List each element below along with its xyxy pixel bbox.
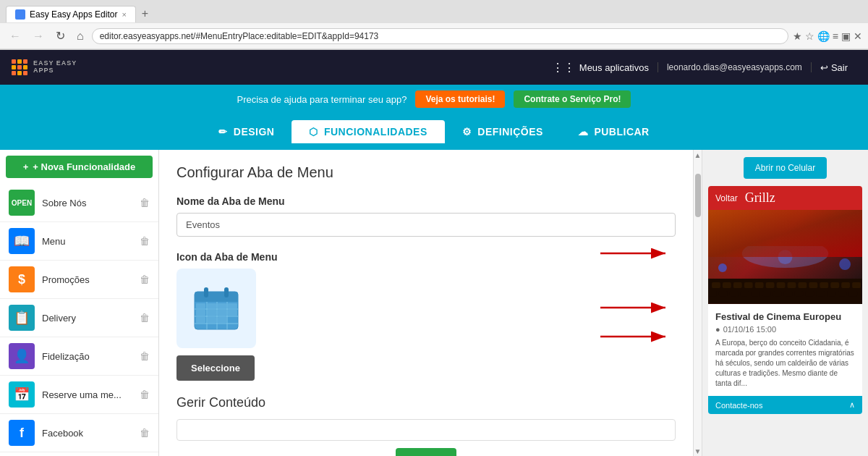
logout-icon: ↩ [820,62,828,73]
sidebar-item-delivery[interactable]: 📋 Delivery 🗑 [0,299,158,337]
tab-definicoes[interactable]: ⚙ DEFINIÇÕES [445,120,561,143]
svg-rect-30 [777,282,786,288]
svg-rect-48 [816,291,825,297]
logo-grid [12,59,27,75]
gerir-content-placeholder [176,419,676,441]
svg-rect-29 [766,282,775,288]
tutorial-btn[interactable]: Veja os tutoriais! [415,90,505,108]
logo-cell [17,65,22,69]
svg-rect-49 [827,291,835,297]
abrir-no-celular-btn[interactable]: Abrir no Celular [744,157,827,179]
sidebar-item-reserve[interactable]: 📅 Reserve uma me... 🗑 [0,376,158,414]
home-btn[interactable]: ⌂ [73,28,88,44]
window-icon[interactable]: ▣ [841,30,851,42]
svg-rect-13 [218,303,226,308]
forward-btn[interactable]: → [29,28,48,44]
preview-footer[interactable]: Contacte-nos ∧ [708,396,862,414]
scroll-up-arrow[interactable]: ▲ [694,151,702,159]
preview-brand: Grillz [745,190,775,206]
meus-aplicativos-btn[interactable]: ⋮⋮ Meus aplicativos [543,56,658,79]
address-bar[interactable] [92,28,788,44]
bookmark-icon[interactable]: ★ [793,30,802,42]
svg-rect-46 [794,291,803,297]
logo-cell [23,71,27,75]
tab-design[interactable]: ✏ DESIGN [201,120,292,143]
nav-icons: ★ ☆ 🌐 ≡ ▣ ✕ [793,30,862,42]
seleccione-btn[interactable]: Seleccione [176,355,255,381]
facebook-icon: f [9,420,35,446]
close-icon[interactable]: ✕ [854,30,862,42]
sobre-nos-icon: OPEN [9,190,35,216]
page-title: Configurar Aba de Menu [176,164,676,181]
cloud-icon: ☁ [578,126,589,138]
nova-funcionalidade-btn[interactable]: + + Nova Funcionalidade [6,156,153,178]
svg-rect-37 [852,282,861,288]
delete-delivery-btn[interactable]: 🗑 [140,312,150,324]
svg-rect-31 [787,282,796,288]
icon-picker[interactable] [176,269,256,348]
gerir-title: Gerir Conteúdo [176,395,676,410]
logo: EASY EASY APPS [12,59,77,75]
logo-cell [23,59,27,64]
svg-rect-3 [204,287,208,297]
contratar-btn[interactable]: Contrate o Serviço Pro! [514,90,631,108]
reload-btn[interactable]: ↻ [52,28,69,44]
sidebar-item-sobre-nos[interactable]: OPEN Sobre Nós 🗑 [0,184,158,222]
scroll-down-arrow[interactable]: ▼ [694,447,702,455]
svg-rect-51 [848,291,857,297]
sidebar-item-promocoes[interactable]: $ Promoções 🗑 [0,261,158,299]
reserve-icon: 📅 [9,381,35,408]
sidebar-item-menu[interactable]: 📖 Menu 🗑 [0,222,158,261]
delete-fidelizacao-btn[interactable]: 🗑 [140,350,150,362]
menu-icon[interactable]: ≡ [833,30,838,42]
svg-rect-38 [708,291,717,297]
scrollbar[interactable]: ▲ ▼ [693,150,702,456]
globe-icon[interactable]: 🌐 [817,30,830,42]
svg-rect-50 [838,291,846,297]
delete-promocoes-btn[interactable]: 🗑 [140,274,150,285]
delete-facebook-btn[interactable]: 🗑 [140,427,150,439]
svg-rect-28 [755,282,764,288]
preview-image [708,210,862,304]
plus-icon: + [23,161,29,172]
browser-tab[interactable]: Easy Easy Apps Editor × [6,6,136,22]
delete-sobre-nos-btn[interactable]: 🗑 [140,197,150,208]
delete-menu-btn[interactable]: 🗑 [140,235,150,247]
nav-tabs: ✏ DESIGN ⬡ FUNCIONALIDADES ⚙ DEFINIÇÕES … [0,114,868,150]
back-btn[interactable]: ← [6,28,25,44]
svg-rect-35 [830,282,839,288]
svg-rect-26 [733,282,742,288]
salvar-btn[interactable]: Salvar [396,448,457,456]
new-tab-btn[interactable]: + [136,4,154,23]
sidebar-label-delivery: Delivery [42,313,132,324]
nome-input[interactable] [176,213,676,237]
svg-rect-14 [228,303,237,308]
main-layout: + + Nova Funcionalidade OPEN Sobre Nós 🗑… [0,150,868,456]
svg-rect-34 [820,282,828,288]
preview-back-btn[interactable]: Voltar [715,193,738,203]
help-banner: Precisa de ajuda para terminar seu app? … [0,85,868,114]
sidebar-item-facebook[interactable]: f Facebook 🗑 [0,414,158,452]
tab-publicar[interactable]: ☁ PUBLICAR [561,120,667,143]
sidebar: + + Nova Funcionalidade OPEN Sobre Nós 🗑… [0,150,159,456]
star-icon[interactable]: ☆ [805,30,814,42]
delete-reserve-btn[interactable]: 🗑 [140,389,150,400]
tab-funcionalidades[interactable]: ⬡ FUNCIONALIDADES [292,120,444,143]
svg-rect-16 [208,310,216,316]
scroll-thumb[interactable] [695,174,701,217]
user-email: leonardo.dias@easyeasyapps.com [658,62,812,72]
tab-close-btn[interactable]: × [122,10,126,19]
sidebar-item-fidelizacao[interactable]: 👤 Fidelização 🗑 [0,337,158,376]
sidebar-item-fotos[interactable]: 🖼 Fotos 🗑 [0,452,158,456]
apps-grid-icon: ⋮⋮ [552,61,575,75]
content-area: Configurar Aba de Menu Nome da Aba de Me… [159,150,693,456]
nav-bar: ← → ↻ ⌂ ★ ☆ 🌐 ≡ ▣ ✕ [0,23,868,49]
logo-text: EASY EASY APPS [33,60,77,75]
svg-rect-47 [805,291,814,297]
preview-phone: Voltar Grillz [708,186,862,414]
logout-btn[interactable]: ↩ Sair [812,62,856,73]
fidelizacao-icon: 👤 [9,343,35,369]
svg-rect-25 [723,282,731,288]
preview-panel: Abrir no Celular Voltar Grillz [702,150,868,456]
svg-rect-21 [218,317,226,323]
